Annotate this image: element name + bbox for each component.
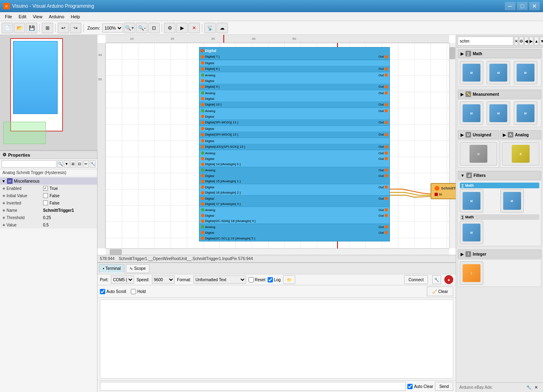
pin-label-10: Digital[ 10 ] (205, 103, 379, 106)
prop-collapse-btn[interactable]: ⊟ (77, 160, 82, 168)
filters-math-tile-1[interactable]: M (460, 189, 483, 213)
search-go-btn[interactable]: ⚙ (519, 37, 524, 45)
prop-expand-btn[interactable]: ⊞ (70, 160, 76, 168)
app-icon: V (3, 3, 10, 9)
ads-settings-btn[interactable]: 🔧 (525, 384, 532, 391)
category-analog-header[interactable]: ▶ A Analog (500, 130, 541, 139)
upload-button[interactable]: ▶ (176, 23, 188, 33)
prop-search-input[interactable] (2, 160, 56, 168)
tab-terminal[interactable]: ▪ Terminal (99, 264, 124, 273)
initialvalue-checkbox[interactable] (43, 193, 48, 198)
minimize-button[interactable]: ─ (505, 2, 515, 10)
grid-button[interactable]: ⊞ (42, 23, 53, 33)
prop-edit-btn[interactable]: ✏ (83, 160, 89, 168)
menu-help[interactable]: Help (67, 13, 83, 20)
auto-scroll-checkbox[interactable] (100, 289, 105, 294)
tab-scope[interactable]: ∿ Scope (126, 264, 149, 273)
out-dot-14 (385, 151, 388, 155)
stop-button[interactable]: ● (444, 275, 453, 284)
menu-arduino[interactable]: Arduino (45, 13, 67, 20)
measurement-tile-3[interactable]: M (514, 101, 537, 125)
pin-row-19: Digital(I2C-SCL)[ 19 ]/AnalogIn[ 5 ] (199, 235, 389, 241)
math-tile-2[interactable]: M (487, 61, 510, 84)
terminal-input[interactable] (100, 382, 406, 391)
pin-label-miso: Digital(SPI-MISO)[ 12 ] (205, 133, 379, 136)
hscrollbar-thumb[interactable] (110, 249, 122, 255)
category-unsigned-header[interactable]: ▶ U Unsigned (458, 130, 499, 139)
nav-up-btn[interactable]: ▲ (534, 37, 539, 45)
measurement-tile-2[interactable]: M (487, 101, 510, 125)
reset-checkbox[interactable] (249, 277, 254, 282)
log-file-button[interactable]: 📁 (283, 275, 295, 284)
category-filters-header[interactable]: ▼ ⊿ Filters (458, 171, 541, 180)
nav-down-btn[interactable]: ▼ (540, 37, 543, 45)
category-math-header[interactable]: ▶ ∑ Math (458, 49, 541, 58)
search-clear-btn[interactable]: ✕ (514, 37, 518, 45)
vscrollbar-thumb[interactable] (450, 47, 455, 59)
out-label-19b: Out (379, 231, 384, 235)
compile-button[interactable]: ⚙ (164, 23, 175, 33)
zoom-select[interactable]: 100% 50% 75% 125% 150% 200% (102, 24, 123, 32)
filters-math-sub1-header[interactable]: ∑ Math (460, 183, 539, 188)
filters-math-tile-2-label: M (511, 199, 514, 203)
nav-right-btn[interactable]: ▶ (529, 37, 533, 45)
settings-button[interactable]: 🔧 (432, 275, 441, 284)
vscrollbar[interactable] (449, 43, 456, 248)
menu-view[interactable]: View (30, 13, 46, 20)
close-button[interactable]: ✕ (529, 2, 540, 10)
math-category-icon: ∑ (465, 51, 471, 56)
zoom-fit-button[interactable]: ⊡ (148, 23, 160, 33)
analog-dot-19 (201, 225, 204, 228)
filters-math-sub2-header[interactable]: ∑ Math (460, 214, 539, 220)
category-integer-header[interactable]: ▶ I Integer (458, 250, 541, 258)
redo-button[interactable]: ↪ (70, 23, 81, 33)
ruler-left: 40 50 (97, 43, 106, 248)
zoom-in-button[interactable]: 🔍+ (124, 23, 135, 33)
prop-value-icon: ◆ (2, 223, 5, 227)
prop-search-btn[interactable]: 🔍 (57, 160, 63, 168)
undo-button[interactable]: ↩ (58, 23, 69, 33)
math-tile-1[interactable]: M (460, 61, 483, 84)
analog-tile-1[interactable]: A (502, 142, 539, 166)
wifi-button[interactable]: 📡 (204, 23, 216, 33)
new-button[interactable]: 📄 (2, 23, 13, 33)
clear-button[interactable]: 🧹 Clear (427, 286, 453, 296)
measurement-tile-3-label: M (524, 112, 527, 115)
schmitt-block[interactable]: SchmitTrigger1 In Out (431, 183, 456, 199)
search-input[interactable] (458, 37, 513, 45)
ruler-mark-30: 30 (211, 37, 215, 41)
enabled-checkbox[interactable]: ✓ (43, 186, 48, 191)
port-select[interactable]: COM5 ( COM1 COM3 COM4 (111, 276, 134, 284)
log-checkbox[interactable] (268, 277, 273, 282)
category-measurement-header[interactable]: ▶ 📏 Measurement (458, 90, 541, 99)
arduino-component-block[interactable]: Digital Digital[ 7 ] Out Digital (199, 47, 390, 241)
canvas-wrapper[interactable]: 10 20 30 40 50 40 50 D (97, 35, 456, 255)
save-button[interactable]: 💾 (26, 23, 37, 33)
delete-button[interactable]: ✕ (188, 23, 200, 33)
unsigned-tile-1[interactable]: U (460, 142, 497, 166)
prop-filter-btn[interactable]: ▼ (64, 160, 69, 168)
speed-select[interactable]: 9600 115200 57600 38400 (152, 276, 175, 284)
prop-tools-btn[interactable]: 🔧 (90, 160, 95, 168)
cloud-button[interactable]: ☁ (216, 23, 228, 33)
block-digital-header: Digital (199, 47, 390, 54)
connect-button[interactable]: Connect (404, 275, 428, 284)
inverted-checkbox[interactable] (43, 200, 48, 205)
auto-clear-checkbox[interactable] (407, 384, 413, 389)
send-button[interactable]: Send (435, 382, 453, 391)
open-button[interactable]: 📂 (14, 23, 25, 33)
ads-close-btn[interactable]: ✕ (532, 384, 540, 391)
menu-file[interactable]: File (2, 13, 15, 20)
hold-checkbox[interactable] (131, 289, 136, 294)
measurement-tile-1[interactable]: M (460, 101, 483, 125)
menu-edit[interactable]: Edit (15, 13, 30, 20)
integer-tile-1[interactable]: I (460, 261, 483, 285)
filters-math-tile-2[interactable]: M (500, 189, 524, 213)
zoom-out-button[interactable]: 🔍- (136, 23, 147, 33)
hscrollbar[interactable] (106, 248, 449, 255)
nav-left-btn[interactable]: ◀ (524, 37, 528, 45)
maximize-button[interactable]: □ (517, 2, 528, 10)
format-select[interactable]: Unformatted Text Hex Dec (193, 276, 246, 284)
filters-math-tile-3[interactable]: M (460, 221, 483, 244)
math-tile-3[interactable]: M (514, 61, 537, 84)
